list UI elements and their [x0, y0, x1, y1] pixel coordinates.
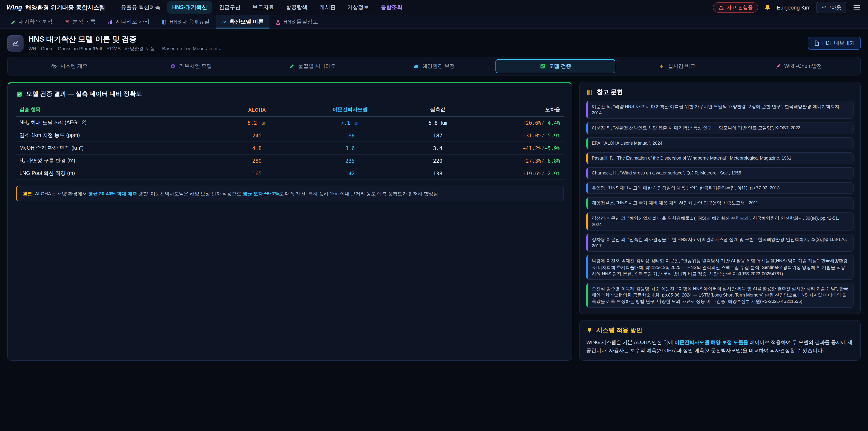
flask-icon [275, 19, 281, 25]
right-column: 참고 문헌 이문진 외, "해양 HNS 사고 시 대기확산 예측을 위한 가우… [579, 82, 861, 361]
section-tab-label: 시스템 개요 [60, 63, 88, 70]
sub-nav-tab[interactable]: 확산모델 이론 [215, 16, 270, 29]
reference-item: Pasquill, F., "The Estimation of the Dis… [586, 152, 854, 164]
circle-icon [170, 63, 176, 69]
sub-nav-tab[interactable]: HNS 물질정보 [270, 16, 324, 29]
model-value: 142 [301, 167, 399, 180]
model-value: 7.1 km [301, 116, 399, 129]
references-panel-title: 참고 문헌 [586, 88, 854, 96]
model-value: 235 [301, 154, 399, 167]
section-tab[interactable]: 가우시안 모델 [131, 59, 251, 73]
top-nav-item[interactable]: 기상정보 [342, 1, 374, 13]
notification-bell-icon[interactable] [764, 4, 771, 11]
pdf-export-label: PDF 내보내기 [822, 40, 855, 47]
model-value: 198 [301, 129, 399, 142]
reference-item: 오진석·김주영·이득재·김융명·최준·이문진, "다항목 HNS 데이터의 실시… [586, 283, 854, 308]
validation-row: 염소 1km 지점 농도 (ppm)245198187+31.0%/+5.9% [16, 129, 564, 142]
top-nav-item[interactable]: 유출유 확산예측 [116, 1, 165, 13]
logout-button[interactable]: 로그아웃 [816, 2, 846, 13]
books-icon [586, 89, 593, 96]
top-nav-item[interactable]: 항공탐색 [281, 1, 312, 13]
metric-name: LNG Pool 확산 직경 (m) [16, 167, 213, 180]
top-nav-item[interactable]: 게시판 [314, 1, 340, 13]
metric-name: H₂ 가연성 구름 반경 (m) [16, 154, 213, 167]
page-title-block: HNS 대기확산 모델 이론 및 검증 WRF-Chem · Gaussian … [29, 34, 224, 52]
page-header-left: HNS 대기확산 모델 이론 및 검증 WRF-Chem · Gaussian … [7, 34, 224, 52]
column-header: ALOHA [213, 103, 301, 116]
section-tab[interactable]: WRF-Chem발전 [739, 59, 859, 73]
page-chart-icon [7, 35, 24, 51]
table-header-row: 검증 항목ALOHA이문진박사모델실측값오차율 [16, 103, 564, 116]
brand-logo: Wing [6, 3, 22, 11]
app-root: Wing 해양환경 위기대응 통합시스템 유출유 확산예측HNS·대기확산긴급구… [0, 0, 868, 431]
section-tab[interactable]: 물질별 시나리오 [252, 59, 372, 73]
top-nav-item[interactable]: 긴급구난 [214, 1, 246, 13]
column-header: 실측값 [399, 103, 476, 116]
bolt-icon [659, 63, 665, 69]
sub-nav-tab[interactable]: 대기확산 분석 [4, 16, 59, 29]
check-square-icon [16, 91, 23, 97]
sub-nav-tab-label: 분석 목록 [72, 18, 96, 26]
main-content: 모델 검증 결과 — 실측 데이터 대비 정확도 검증 항목ALOHA이문진박사… [0, 75, 868, 361]
pencil-icon [289, 63, 295, 69]
section-tab[interactable]: 실시간 비교 [617, 59, 737, 73]
validation-row: LNG Pool 확산 직경 (m)165142138+19.6%/+2.9% [16, 167, 564, 180]
top-nav-right: 사고 진행중 Eunjeong Kim 로그아웃 [713, 2, 862, 13]
section-tab[interactable]: 시스템 개요 [9, 59, 129, 73]
pdf-export-button[interactable]: PDF 내보내기 [808, 37, 861, 50]
hamburger-menu-icon[interactable] [852, 3, 862, 11]
section-tab[interactable]: 해양환경 보정 [374, 59, 494, 73]
sub-nav-tab[interactable]: 분석 목록 [59, 16, 102, 29]
references-panel: 참고 문헌 이문진 외, "해양 HNS 사고 시 대기확산 예측을 위한 가우… [579, 82, 861, 314]
reference-item: 박경애·이진호·박재진·김태성·김태현·이문진, "인공위성 원격탐사 기반 A… [586, 255, 854, 280]
section-tab-label: 해양환경 보정 [422, 63, 455, 70]
lightbulb-icon [586, 327, 593, 333]
atom-icon [51, 63, 57, 69]
top-nav-menu: 유출유 확산예측HNS·대기확산긴급구난보고자료항공탐색게시판기상정보통합조회 [116, 1, 407, 13]
top-nav-item[interactable]: HNS·대기확산 [167, 1, 212, 13]
aloha-value: 245 [213, 129, 301, 142]
section-tab-label: 실시간 비교 [668, 63, 695, 70]
validation-title-text: 모델 검증 결과 — 실측 데이터 대비 정확도 [26, 90, 142, 98]
sub-nav-tab-label: 시나리오 관리 [116, 18, 150, 26]
sub-nav-tab[interactable]: HNS 대응매뉴얼 [156, 16, 215, 29]
top-nav-item[interactable]: 통합조회 [376, 1, 407, 13]
application-panel-title: 시스템 적용 방안 [586, 326, 854, 334]
page-header: HNS 대기확산 모델 이론 및 검증 WRF-Chem · Gaussian … [0, 29, 868, 57]
measured-value: 3.4 [399, 142, 476, 154]
column-header: 이문진박사모델 [301, 103, 399, 116]
application-panel: 시스템 적용 방안 WING 시스템은 기본 ALOHA 엔진 위에 이문진박사… [579, 320, 861, 361]
application-text: WING 시스템은 기본 ALOHA 엔진 위에 이문진박사모델 해양 보정 모… [586, 338, 854, 355]
aloha-value: 165 [213, 167, 301, 180]
reference-item: 해양경찰청, "HNS 사고 국가 대비 대응 체제 선진화 방안 연구용역 최… [586, 197, 854, 209]
measured-value: 220 [399, 154, 476, 167]
metric-name: NH₃ 최대 도달거리 (AEGL-2) [16, 116, 213, 129]
column-header: 검증 항목 [16, 103, 213, 116]
reference-item: 정차용·이문진 외, "신속한 의사결정을 위한 HNS 사고이력관리시스템 설… [586, 234, 854, 252]
brand: Wing 해양환경 위기대응 통합시스템 [6, 3, 105, 11]
rocket-icon [775, 63, 781, 69]
section-tab-bar: 시스템 개요가우시안 모델물질별 시나리오해양환경 보정모델 검증실시간 비교W… [7, 57, 861, 75]
model-value: 3.6 [301, 142, 399, 154]
sub-nav-tab[interactable]: 시나리오 관리 [101, 16, 156, 29]
chart-icon [221, 19, 227, 25]
incident-badge-label: 사고 진행중 [726, 4, 753, 11]
validation-panel: 모델 검증 결과 — 실측 데이터 대비 정확도 검증 항목ALOHA이문진박사… [7, 82, 572, 361]
error-value: +27.3%/+6.8% [476, 154, 564, 167]
validation-row: NH₃ 최대 도달거리 (AEGL-2)8.2 km7.1 km6.8 km+2… [16, 116, 564, 129]
error-value: +41.2%/+5.9% [476, 142, 564, 154]
pencil-icon [10, 19, 16, 25]
section-tab[interactable]: 모델 검증 [496, 59, 616, 73]
validation-panel-title: 모델 검증 결과 — 실측 데이터 대비 정확도 [16, 90, 564, 98]
error-value: +19.6%/+2.9% [476, 167, 564, 180]
sub-navbar: 대기확산 분석분석 목록시나리오 관리HNS 대응매뉴얼확산모델 이론HNS 물… [0, 16, 868, 29]
column-header: 오차율 [476, 103, 564, 116]
section-tab-label: 모델 검증 [549, 63, 571, 70]
top-nav-item[interactable]: 보고자료 [247, 1, 279, 13]
metric-name: MeOH 증기 확산 면적 (km²) [16, 142, 213, 154]
reference-item: 김정겸·이문진 외, "해양산업시설 배출 위험유해물질(HNS)의 해양확산 … [586, 212, 854, 230]
sub-nav-tab-label: HNS 대응매뉴얼 [169, 18, 210, 26]
section-tab-label: 물질별 시나리오 [298, 63, 336, 70]
list-icon [64, 19, 70, 25]
error-value: +20.6%/+4.4% [476, 116, 564, 129]
